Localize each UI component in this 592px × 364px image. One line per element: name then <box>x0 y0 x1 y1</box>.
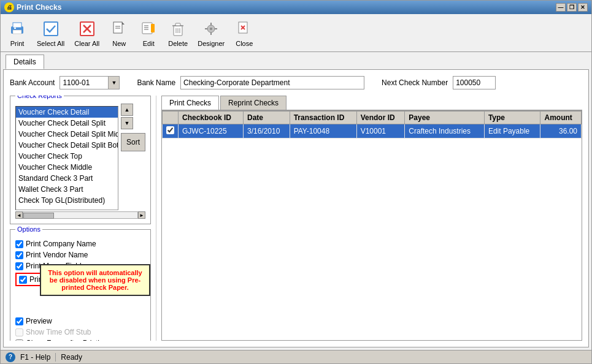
check-reports-title: Check Reports <box>15 96 64 99</box>
horizontal-scrollbar-thumb[interactable] <box>23 213 54 219</box>
list-item[interactable]: Check Top GL(Distributed) <box>16 195 118 206</box>
window-controls: — ❐ ✕ <box>556 3 588 12</box>
designer-label: Designer <box>198 40 225 47</box>
col-header-checkbox <box>163 112 179 124</box>
select-all-icon <box>41 19 61 39</box>
col-header-vendor-id: Vendor ID <box>356 112 405 124</box>
clear-all-button[interactable]: Clear All <box>70 17 104 49</box>
close-icon <box>234 19 254 39</box>
bank-account-dropdown-arrow[interactable]: ▼ <box>109 76 120 89</box>
delete-label: Delete <box>168 40 188 47</box>
sort-button[interactable]: Sort <box>121 133 145 151</box>
checks-table: Checkbook ID Date Transaction ID Vendor … <box>162 111 582 138</box>
window-title: Print Checks <box>17 3 556 12</box>
designer-button[interactable]: Designer <box>193 17 229 49</box>
print-check-number-checkbox[interactable] <box>19 276 27 284</box>
scroll-left-button[interactable]: ◄ <box>15 211 23 219</box>
tab-print-checks[interactable]: Print Checks <box>161 96 219 110</box>
svg-rect-12 <box>142 23 152 34</box>
show-time-off-row: Show Time Off Stub <box>15 328 145 336</box>
select-all-label: Select All <box>37 40 64 47</box>
list-item[interactable]: Voucher Check Detail Split <box>16 118 118 129</box>
svg-rect-19 <box>175 23 180 26</box>
list-item[interactable]: Voucher Check Top <box>16 151 118 162</box>
print-vendor-row: Print Vendor Name <box>15 251 145 259</box>
check-reports-list[interactable]: Voucher Check Detail Voucher Check Detai… <box>15 106 118 210</box>
print-company-checkbox[interactable] <box>15 240 23 248</box>
title-bar: 🖨 Print Checks — ❐ ✕ <box>1 1 591 14</box>
print-vendor-checkbox[interactable] <box>15 251 23 259</box>
content-area: Check Reports Voucher Check Detail Vouch… <box>10 96 582 341</box>
tooltip-box: This option will automatically be disabl… <box>40 264 150 296</box>
print-company-label: Print Company Name <box>26 240 96 248</box>
show-time-off-label: Show Time Off Stub <box>26 328 91 336</box>
left-panel: Check Reports Voucher Check Detail Vouch… <box>10 96 151 341</box>
help-label: F1 - Help <box>20 353 50 362</box>
edit-button[interactable]: Edit <box>134 17 163 49</box>
col-header-date: Date <box>243 112 290 124</box>
close-toolbar-button[interactable]: Close <box>230 17 258 49</box>
new-button[interactable]: New <box>105 17 133 49</box>
close-form-checkbox[interactable] <box>15 339 23 341</box>
tab-bar: Details <box>1 52 591 69</box>
list-item[interactable]: Wallet Check 3 Part <box>16 184 118 195</box>
cell-payee: Craftech Industries <box>405 124 485 138</box>
tab-details[interactable]: Details <box>6 55 44 69</box>
list-item[interactable]: Voucher Check Detail <box>16 107 118 118</box>
close-form-label: Close Form after Printing <box>26 339 107 341</box>
list-item[interactable]: Voucher Check Detail Split Bottom <box>16 140 118 151</box>
col-header-type: Type <box>484 112 540 124</box>
horizontal-scroll[interactable]: ◄ ► <box>15 211 145 219</box>
delete-button[interactable]: Delete <box>164 17 192 49</box>
col-header-checkbook-id: Checkbook ID <box>179 112 244 124</box>
vertical-divider <box>156 96 156 341</box>
cell-transaction-id: PAY-10048 <box>290 124 356 138</box>
status-text: Ready <box>61 353 82 362</box>
print-button[interactable]: Print <box>3 17 31 49</box>
preview-row: Preview <box>15 317 145 325</box>
print-vendor-label: Print Vendor Name <box>26 251 88 259</box>
show-time-off-checkbox[interactable] <box>15 328 23 336</box>
check-reports-group: Check Reports Voucher Check Detail Vouch… <box>10 96 151 224</box>
main-window: 🖨 Print Checks — ❐ ✕ Print <box>0 0 592 364</box>
preview-label: Preview <box>26 317 52 325</box>
bank-name-input[interactable] <box>180 76 364 89</box>
close-label: Close <box>236 40 253 47</box>
scroll-down-button[interactable]: ▼ <box>121 117 133 129</box>
tab-reprint-checks[interactable]: Reprint Checks <box>220 96 286 110</box>
right-panel: Print Checks Reprint Checks Checkbook ID… <box>161 96 582 341</box>
list-item[interactable]: Standard Check 3 Part <box>16 173 118 184</box>
edit-icon <box>139 19 158 39</box>
toolbar: Print Select All Clear All <box>1 14 591 52</box>
clear-all-label: Clear All <box>74 40 99 47</box>
horizontal-scrollbar-track[interactable] <box>23 211 138 219</box>
bank-account-combo[interactable]: ▼ <box>60 76 120 89</box>
main-content: Bank Account ▼ Bank Name Next Check Numb… <box>3 69 589 347</box>
print-memo-checkbox[interactable] <box>15 262 23 270</box>
select-all-button[interactable]: Select All <box>33 17 69 49</box>
svg-rect-3 <box>14 28 16 29</box>
col-header-amount: Amount <box>540 112 582 124</box>
preview-checkbox[interactable] <box>15 317 23 325</box>
status-bar: ? F1 - Help Ready <box>1 350 591 363</box>
svg-marker-9 <box>122 22 125 25</box>
list-item[interactable]: Voucher Check Detail Split Middle <box>16 129 118 140</box>
next-check-number-input[interactable] <box>453 76 496 89</box>
table-row[interactable]: GJWC-10225 3/16/2010 PAY-10048 V10001 Cr… <box>163 124 582 138</box>
new-icon <box>109 19 129 39</box>
bank-account-input[interactable] <box>60 76 109 89</box>
next-check-number-label: Next Check Number <box>382 78 448 87</box>
restore-button[interactable]: ❐ <box>567 3 577 12</box>
row-checkbox[interactable] <box>166 126 174 134</box>
list-item[interactable]: Voucher Check Middle <box>16 162 118 173</box>
svg-rect-2 <box>13 30 21 34</box>
checks-table-container[interactable]: Checkbook ID Date Transaction ID Vendor … <box>161 110 582 341</box>
close-window-button[interactable]: ✕ <box>578 3 588 12</box>
close-form-row: Close Form after Printing <box>15 339 145 341</box>
scroll-up-button[interactable]: ▲ <box>121 104 133 116</box>
col-header-transaction-id: Transaction ID <box>290 112 356 124</box>
minimize-button[interactable]: — <box>556 3 566 12</box>
svg-rect-1 <box>13 23 21 28</box>
delete-icon <box>168 19 188 39</box>
scroll-right-button[interactable]: ► <box>138 211 145 219</box>
